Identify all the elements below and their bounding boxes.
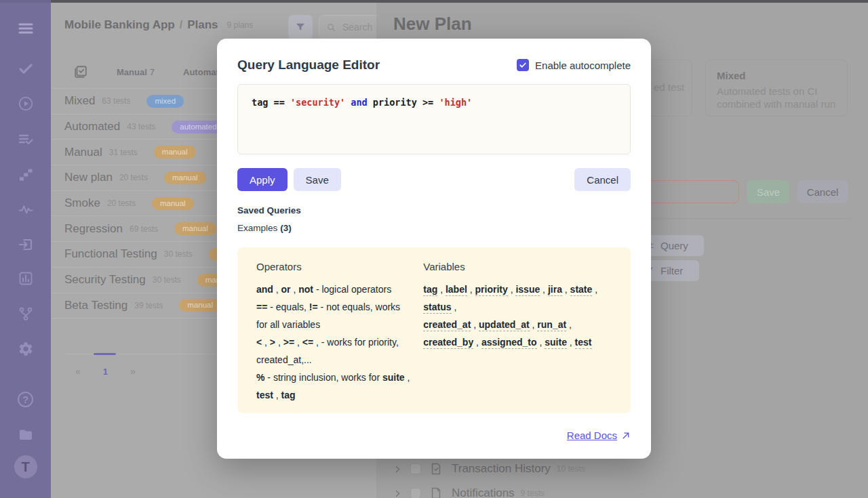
list-check-icon[interactable] bbox=[0, 131, 51, 147]
apply-button[interactable]: Apply bbox=[237, 168, 288, 191]
check-icon bbox=[519, 61, 527, 69]
variables-column: Variables tag , label , priority , issue… bbox=[423, 261, 612, 404]
enable-autocomplete-toggle[interactable]: Enable autocomplete bbox=[517, 59, 631, 71]
query-language-editor-modal: Query Language Editor Enable autocomplet… bbox=[217, 39, 651, 459]
plan-test-count: 20 tests bbox=[119, 173, 148, 182]
query-code-editor[interactable]: tag == 'security' and priority >= 'high' bbox=[237, 84, 631, 154]
bar-chart-icon[interactable] bbox=[0, 270, 51, 287]
pagination-next-button[interactable]: » bbox=[130, 366, 136, 377]
breadcrumb-page[interactable]: Plans bbox=[187, 18, 218, 32]
modal-cancel-button[interactable]: Cancel bbox=[574, 168, 631, 191]
app-root: ? T Mobile Banking App / Plans 9 plans bbox=[0, 0, 868, 498]
checklist-icon[interactable] bbox=[73, 64, 88, 79]
hamburger-menu-icon[interactable] bbox=[0, 20, 51, 37]
plan-name: Functional Testing bbox=[64, 247, 157, 261]
plan-badge: manual bbox=[154, 146, 196, 159]
read-docs-link[interactable]: Read Docs bbox=[567, 430, 631, 441]
suite-row-transaction-history[interactable]: Transaction History 10 tests bbox=[393, 462, 585, 476]
suite-name[interactable]: Transaction History bbox=[452, 462, 551, 476]
top-strip-content bbox=[51, 0, 868, 3]
logo-glyph: T bbox=[14, 455, 37, 478]
plan-cancel-button[interactable]: Cancel bbox=[797, 180, 848, 203]
plans-search bbox=[319, 15, 376, 39]
plan-name: Automated bbox=[64, 120, 120, 133]
play-circle-icon[interactable] bbox=[0, 96, 51, 112]
plan-test-count: 30 tests bbox=[153, 275, 181, 285]
operators-line: == - equals, != - not equals, works for … bbox=[256, 298, 414, 333]
plan-name: Mixed bbox=[64, 94, 95, 108]
search-icon bbox=[326, 22, 336, 33]
tab-manual[interactable]: Manual7 bbox=[117, 67, 155, 77]
tab-manual-count: 7 bbox=[150, 67, 155, 77]
plan-test-count: 31 tests bbox=[109, 148, 138, 157]
plan-test-count: 63 tests bbox=[102, 96, 130, 106]
operators-line: % - string inclusion, works for suite , … bbox=[256, 369, 414, 404]
pagination-active-indicator bbox=[94, 353, 116, 355]
suite-checkbox[interactable] bbox=[410, 463, 421, 474]
pagination-page-1[interactable]: 1 bbox=[103, 367, 108, 377]
card-title: Mixed bbox=[717, 70, 836, 81]
save-query-button[interactable]: Save bbox=[294, 168, 341, 191]
read-docs-label: Read Docs bbox=[567, 430, 617, 441]
plan-name: Manual bbox=[64, 146, 102, 159]
saved-queries-section-toggle[interactable]: Saved Queries bbox=[237, 205, 631, 215]
plan-test-count: 69 tests bbox=[130, 224, 158, 234]
operators-line: < , > , >= , <= , - works for priority, … bbox=[256, 333, 414, 369]
search-input[interactable] bbox=[342, 22, 376, 33]
chevron-right-icon[interactable] bbox=[393, 489, 402, 498]
branch-icon[interactable] bbox=[0, 306, 51, 322]
page-title: New Plan bbox=[393, 14, 472, 35]
autocomplete-label: Enable autocomplete bbox=[535, 60, 631, 71]
operators-line: and , or , not - logical operators bbox=[256, 281, 414, 298]
suite-test-count: 10 tests bbox=[557, 464, 585, 474]
breadcrumb-project[interactable]: Mobile Banking App bbox=[64, 18, 175, 32]
tab-manual-label: Manual bbox=[117, 67, 147, 77]
suite-test-count: 9 tests bbox=[521, 489, 545, 498]
activity-icon[interactable] bbox=[0, 201, 51, 217]
breadcrumb: Mobile Banking App / Plans 9 plans bbox=[64, 18, 253, 32]
plan-badge: manual bbox=[179, 299, 221, 312]
plan-name: Security Testing bbox=[64, 273, 146, 287]
filter-button-label: Filter bbox=[660, 265, 683, 276]
suite-checkbox[interactable] bbox=[410, 488, 421, 498]
plans-filter-button[interactable] bbox=[288, 15, 313, 39]
plan-test-count: 20 tests bbox=[107, 199, 136, 208]
pagination-prev-button[interactable]: « bbox=[75, 366, 81, 377]
plan-test-count: 39 tests bbox=[134, 301, 163, 310]
plan-name: Beta Testing bbox=[64, 299, 127, 312]
sign-in-icon[interactable] bbox=[0, 236, 51, 253]
query-button-label: Query bbox=[660, 240, 688, 251]
suite-name[interactable]: Notifications bbox=[452, 486, 515, 498]
examples-count: (3) bbox=[280, 223, 292, 233]
chevron-right-icon[interactable] bbox=[393, 465, 402, 474]
plan-type-card-mixed[interactable]: Mixed Automated tests on CI combined wit… bbox=[705, 60, 848, 117]
operators-title: Operators bbox=[256, 261, 414, 272]
plan-name: New plan bbox=[64, 171, 113, 184]
question-circle-icon[interactable]: ? bbox=[0, 392, 51, 407]
query-code-line: tag == 'security' and priority >= 'high' bbox=[252, 97, 616, 108]
arrow-up-right-icon bbox=[621, 431, 631, 440]
suite-row-notifications[interactable]: Notifications 9 tests bbox=[393, 486, 545, 498]
operators-column: Operators and , or , not - logical opera… bbox=[256, 261, 423, 404]
steps-icon[interactable] bbox=[0, 166, 51, 182]
document-check-icon bbox=[429, 462, 443, 476]
plan-badge: mixed bbox=[146, 95, 184, 108]
folder-icon[interactable] bbox=[0, 427, 51, 443]
variables-title: Variables bbox=[423, 261, 612, 272]
modal-title: Query Language Editor bbox=[237, 58, 380, 72]
card-description: Automated tests on CI combined with manu… bbox=[717, 85, 836, 110]
variables-line: created_at , updated_at , run_at , bbox=[423, 316, 612, 333]
gear-icon[interactable] bbox=[0, 341, 51, 357]
check-icon[interactable] bbox=[0, 60, 51, 77]
plan-title-input[interactable] bbox=[637, 180, 739, 203]
plan-name: Regression bbox=[64, 222, 123, 236]
examples-section-toggle[interactable]: Examples(3) bbox=[237, 223, 631, 233]
plan-save-button[interactable]: Save bbox=[747, 180, 789, 203]
app-logo[interactable]: T bbox=[0, 455, 51, 478]
variables-line: tag , label , priority , issue , jira , … bbox=[423, 281, 612, 316]
query-help-box: Operators and , or , not - logical opera… bbox=[237, 247, 631, 413]
autocomplete-checkbox[interactable] bbox=[517, 59, 529, 71]
plans-count-label: 9 plans bbox=[227, 20, 254, 30]
variables-line: created_by , assigned_to , suite , test bbox=[423, 333, 612, 351]
plan-name: Smoke bbox=[64, 196, 100, 210]
